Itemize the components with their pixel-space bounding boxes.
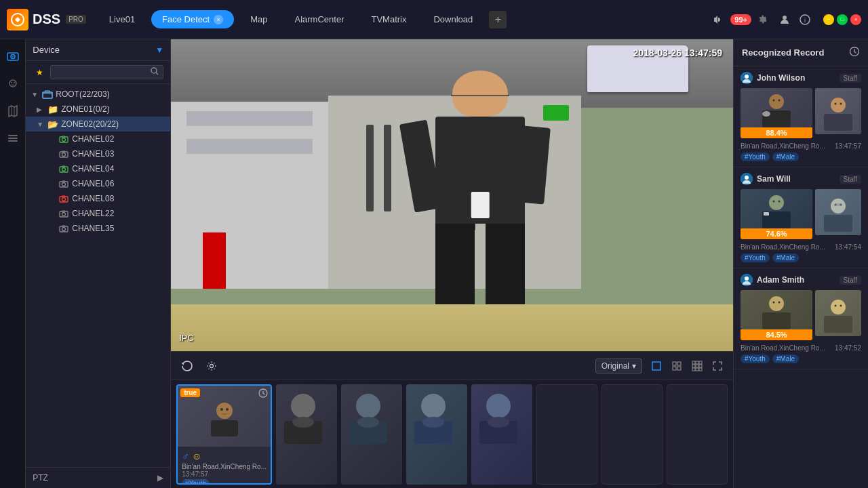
svg-rect-10 [8,135,18,136]
tree-item-ch03[interactable]: ▶ CHANEL03 [26,146,170,161]
tab-map[interactable]: Map [239,10,278,28]
tree-item-ch35[interactable]: ▶ CHANEL35 [26,221,170,236]
title-icons-area: 99+ i − □ × [710,12,861,27]
thumb-card-5[interactable] [536,384,597,485]
refresh-button[interactable] [178,357,197,375]
thumb-card-4[interactable] [471,384,532,485]
thumbnail-strip: true ♂ ☺ Bin'an Road,XinCheng Ro... 13:4… [171,380,733,488]
record-item-1[interactable]: Sam Will Staff [734,167,868,268]
svg-rect-14 [43,92,52,98]
svg-point-72 [840,103,842,105]
record-location-0: Bin'an Road,XinCheng Ro... 13:47:57 [741,142,861,150]
add-tab-button[interactable]: + [489,11,507,28]
svg-text:i: i [804,17,806,24]
tab-live01[interactable]: Live01 [98,10,146,28]
folder-icon-zone01: 📁 [47,104,58,115]
history-icon-0[interactable] [258,388,268,400]
thumb-addr-0: Bin'an Road,XinCheng Ro... [182,463,267,470]
notification-badge[interactable]: 99+ [730,14,751,25]
minimize-button[interactable]: − [823,14,834,25]
close-tab-icon[interactable]: × [214,15,223,24]
thumb-card-2[interactable] [341,384,402,485]
record-role-1: Staff [840,175,861,184]
tree-label-ch22: CHANEL22 [72,209,165,218]
tree-label-ch02: CHANEL02 [72,134,165,144]
app-logo-icon [7,9,28,30]
rec-tag-1-0: #Youth [741,253,770,262]
tree-item-ch08[interactable]: ▶ CHANEL08 [26,191,170,206]
sidebar-icon-map[interactable] [1,99,25,123]
search-box[interactable] [50,65,163,79]
ptz-bar[interactable]: PTZ ▶ [26,467,170,488]
maximize-button[interactable]: □ [837,14,848,25]
fullscreen-button[interactable] [709,357,726,375]
tab-tvmatrix[interactable]: TVMatrix [360,10,417,28]
tab-alarmcenter[interactable]: AlarmCenter [284,10,355,28]
svg-point-47 [226,408,229,411]
info-icon[interactable]: i [797,12,812,27]
search-input[interactable] [55,68,148,77]
grid-1x1-button[interactable] [648,357,665,375]
speaker-icon[interactable] [710,12,725,27]
record-name-2: Adam Smith [757,275,835,285]
video-timestamp: 2018-03-26 13:47:59 [633,47,722,58]
svg-point-90 [778,302,780,304]
sidebar-icon-list[interactable] [1,126,25,150]
device-dropdown-arrow[interactable]: ▼ [155,45,163,55]
thumb-card-7[interactable] [667,384,728,485]
sidebar-header: Device ▼ [26,39,170,61]
view-dropdown[interactable]: Original ▾ [595,359,642,373]
favorite-icon[interactable]: ★ [33,66,46,79]
tree-item-zone02[interactable]: ▼ 📂 ZONE02(20/22) [26,117,170,131]
svg-point-78 [778,201,780,203]
svg-point-1 [783,16,787,20]
svg-point-29 [210,364,214,367]
tree-item-ch04[interactable]: ▶ CHANEL04 [26,161,170,176]
close-button[interactable]: × [850,14,861,25]
ptz-expand-icon: ▶ [157,473,163,483]
record-item-2[interactable]: Adam Smith Staff 84.5% [734,268,868,369]
thumb-card-1[interactable] [276,384,337,485]
window-controls: − □ × [823,14,861,25]
rec-tag-0-1: #Male [772,152,799,161]
thumb-card-0[interactable]: true ♂ ☺ Bin'an Road,XinCheng Ro... 13:4… [176,384,272,485]
turnstile2 [384,125,391,211]
settings-icon[interactable] [757,12,772,27]
tree-expand-zone02: ▼ [37,121,45,128]
svg-point-20 [62,168,66,171]
svg-point-8 [11,82,12,83]
search-icon[interactable] [151,67,159,77]
svg-rect-38 [692,365,695,367]
user-icon[interactable] [777,12,792,27]
thumb-card-3[interactable] [406,384,467,485]
tree-item-ch06[interactable]: ▶ CHANEL06 [26,176,170,191]
tree-item-ch22[interactable]: ▶ CHANEL22 [26,206,170,221]
record-item-0[interactable]: John Wilson Staff [734,66,868,167]
svg-point-86 [745,277,749,281]
tree-item-ch02[interactable]: ▶ CHANEL02 [26,131,170,146]
svg-point-64 [769,94,784,109]
svg-rect-79 [764,212,769,216]
sidebar-icon-face[interactable] [1,72,25,96]
tab-facedetect[interactable]: Face Detect × [151,10,234,28]
grid-3x3-button[interactable] [688,357,706,375]
thumb-card-6[interactable] [601,384,663,485]
grid-2x2-button[interactable] [668,357,686,375]
record-live-img-1 [741,189,812,228]
svg-point-44 [216,403,233,419]
record-images-1: 74.6% [741,189,861,239]
svg-rect-84 [835,203,842,206]
thumb-img-3 [406,384,467,485]
record-history-icon[interactable] [849,46,860,59]
tree-item-zone01[interactable]: ▶ 📁 ZONE01(0/2) [26,102,170,117]
green-box [543,105,568,121]
sidebar-icon-device[interactable] [1,45,25,69]
tree-item-root[interactable]: ▼ ROOT(22/203) [26,87,170,102]
tree-label-ch08: CHANEL08 [72,194,165,203]
tab-download[interactable]: Download [422,10,484,28]
svg-point-69 [831,98,846,113]
settings-button[interactable] [202,357,221,375]
svg-point-54 [357,417,379,428]
video-channel-label: IPC [179,333,194,343]
svg-rect-41 [692,368,695,371]
